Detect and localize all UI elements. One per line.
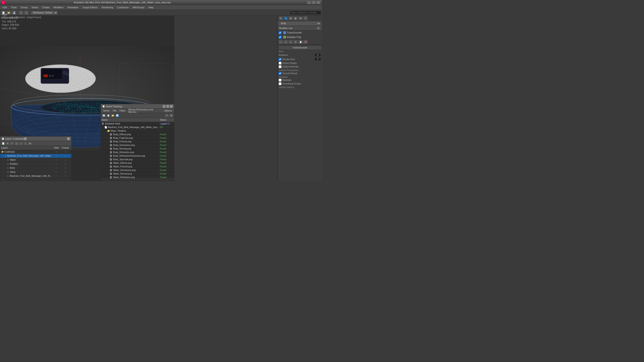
utilities-icon-btn[interactable]: 🔨 (303, 16, 308, 20)
layers-close-button[interactable]: ✕ (67, 137, 70, 140)
close-button[interactable]: ✕ (316, 1, 321, 4)
menu-create[interactable]: Create (40, 5, 51, 9)
asset-list[interactable]: 🏛 Autodesk Vault Logged O 📄 MaxKare_Foot… (101, 122, 174, 179)
menu-graph-editors[interactable]: Graph Editors (81, 5, 100, 9)
smoothing-groups-checkbox[interactable] (278, 82, 282, 85)
asset-scrollbar[interactable] (101, 179, 174, 181)
menu-rendering[interactable]: Rendering (100, 5, 115, 9)
asset-item[interactable]: 🖼 Water_Fresnel.png Found (101, 165, 174, 168)
render-iters-checkbox[interactable] (278, 58, 282, 61)
turbosmooth-modifier[interactable]: TurboSmooth (278, 30, 322, 35)
asset-item[interactable]: 🖼 Body_Normal.png Found (101, 147, 174, 151)
asset-item[interactable]: 📁 Maps / Shaders (101, 129, 174, 133)
menu-tools[interactable]: Tools (9, 5, 18, 9)
layer-item[interactable]: ◻ Glass ··· ··· (0, 170, 71, 174)
asset-menu-bitmap[interactable]: Bitmap Performance and Memory (127, 108, 162, 114)
layer-freeze[interactable]: ··· (60, 155, 70, 157)
asset-tool-1[interactable]: 🔄 (102, 114, 106, 117)
mod-icon-6[interactable]: 📌 (303, 40, 308, 44)
mod-icon-2[interactable]: ↓ (284, 40, 288, 44)
undo-button[interactable]: ↩ (18, 10, 24, 15)
editable-poly-visible-checkbox[interactable] (278, 36, 282, 39)
turbosmooth-visible-checkbox[interactable] (278, 31, 282, 34)
asset-restore-btn[interactable]: □ (166, 105, 169, 108)
layer-hide[interactable]: ··· (52, 175, 60, 177)
workspace-select[interactable]: Workspace: Default (31, 11, 58, 15)
asset-item[interactable]: 🖼 Water_Glossiness.png Found (101, 168, 174, 172)
search-input[interactable] (290, 11, 321, 15)
layer-hide[interactable]: ··· (52, 159, 60, 161)
layer-freeze[interactable]: ··· (60, 159, 70, 161)
asset-menu-options[interactable]: Options (163, 109, 173, 112)
hierarchy-icon-btn[interactable]: ⚙ (288, 16, 293, 20)
asset-tool-3[interactable]: 📁 (111, 114, 115, 117)
asset-menu-server[interactable]: Server (102, 109, 111, 112)
explicit-normals-checkbox[interactable] (278, 65, 282, 68)
layer-hide[interactable]: ··· (52, 167, 60, 169)
modifier-dropdown-btn[interactable]: ▼ (316, 26, 321, 30)
materials-checkbox[interactable] (278, 79, 282, 81)
maximize-button[interactable]: □ (312, 1, 316, 4)
mod-icon-4[interactable]: ✕ (294, 40, 298, 44)
layer-item[interactable]: 📁 0 (default) ··· ··· (0, 150, 71, 154)
menu-customize[interactable]: Customize (116, 5, 130, 9)
asset-item[interactable]: 🖼 Body_Fresnel.png Found (101, 140, 174, 143)
layers-move-btn[interactable]: ↑ (19, 142, 23, 145)
layer-item[interactable]: ◻ MaxKare_Foot_Bath_Massager_with_Water … (0, 154, 71, 158)
asset-menu-file[interactable]: File (111, 109, 118, 112)
object-selector[interactable]: Body (279, 21, 321, 26)
asset-menu-paths[interactable]: Paths (118, 109, 127, 112)
layer-freeze[interactable]: ··· (60, 167, 70, 169)
layer-item[interactable]: ◻ Body ··· ··· (0, 166, 71, 170)
menu-animation[interactable]: Animation (66, 5, 80, 9)
asset-minimize-btn[interactable]: _ (162, 105, 166, 108)
asset-item[interactable]: 🖼 Body_RefractionGlossiness.png Found (101, 154, 174, 158)
layer-item[interactable]: ◻ Bubbles ··· ··· (0, 162, 71, 166)
layer-hide[interactable]: ··· (52, 171, 60, 173)
layer-hide[interactable]: ··· (52, 151, 60, 153)
display-icon-btn[interactable]: 👁 (298, 16, 303, 20)
menu-help[interactable]: Help (147, 5, 156, 9)
layer-freeze[interactable]: ··· (60, 171, 70, 173)
modify-icon-btn[interactable]: 🔧 (284, 16, 288, 20)
menu-edit[interactable]: Edit (1, 5, 9, 9)
create-icon-btn[interactable]: ✦ (278, 16, 283, 20)
asset-item[interactable]: 📄 MaxKare_Foot_Bath_Massager_with_Water_… (101, 126, 174, 129)
asset-tool-settings[interactable]: ⚙ (169, 114, 173, 117)
isoline-checkbox[interactable] (278, 62, 282, 64)
motion-icon-btn[interactable]: ▶ (294, 16, 298, 20)
asset-item[interactable]: 🏛 Autodesk Vault Logged O (101, 122, 174, 126)
mod-icon-1[interactable]: ↑ (278, 40, 283, 44)
layer-item[interactable]: ◻ MaxKare_Foot_Bath_Massager_with_Water … (0, 174, 71, 178)
layers-options-btn[interactable]: ⚙ (28, 142, 32, 145)
asset-item[interactable]: 🖼 Water_Refraction.png Found (101, 176, 174, 179)
menu-modifiers[interactable]: Modifiers (52, 5, 65, 9)
asset-item[interactable]: 🖼 Body_FogColor.png Found (101, 136, 174, 140)
asset-item[interactable]: 🖼 Body_Refraction.png Found (101, 151, 174, 154)
layers-list[interactable]: 📁 0 (default) ··· ··· ◻ MaxKare_Foot_Bat… (0, 150, 71, 181)
layer-freeze[interactable]: ··· (60, 151, 70, 153)
menu-maxscript[interactable]: MAXScript (131, 5, 146, 9)
layer-hide[interactable]: ··· (52, 163, 60, 165)
iterations-input[interactable] (314, 53, 321, 57)
mod-icon-5[interactable]: 📋 (298, 40, 303, 44)
layer-freeze[interactable]: ··· (60, 175, 70, 177)
redo-button[interactable]: ↪ (24, 10, 29, 15)
asset-tool-2[interactable]: 📋 (106, 114, 110, 117)
layer-item[interactable]: ◻ Water ··· ··· (0, 158, 71, 162)
menu-views[interactable]: Views (30, 5, 40, 9)
layers-move-down-btn[interactable]: ↓ (24, 142, 28, 145)
layers-help-button[interactable]: ? (24, 137, 27, 140)
layers-select-btn[interactable]: ◻ (14, 142, 18, 145)
layers-add-btn[interactable]: + (10, 142, 14, 145)
editable-poly-modifier[interactable]: Editable Poly (278, 35, 322, 39)
asset-tool-4[interactable]: 📊 (115, 114, 119, 117)
menu-group[interactable]: Group (19, 5, 30, 9)
asset-item[interactable]: 🖼 Water_Normal.png Found (101, 172, 174, 176)
asset-tool-help[interactable]: ? (165, 114, 169, 117)
layers-create-btn[interactable]: 📄 (1, 142, 5, 145)
asset-close-btn[interactable]: ✕ (170, 105, 173, 108)
asset-item[interactable]: 🖼 Body_Glossiness.png Found (101, 143, 174, 147)
render-iters-input[interactable] (314, 57, 321, 61)
smooth-result-checkbox[interactable] (278, 72, 282, 75)
